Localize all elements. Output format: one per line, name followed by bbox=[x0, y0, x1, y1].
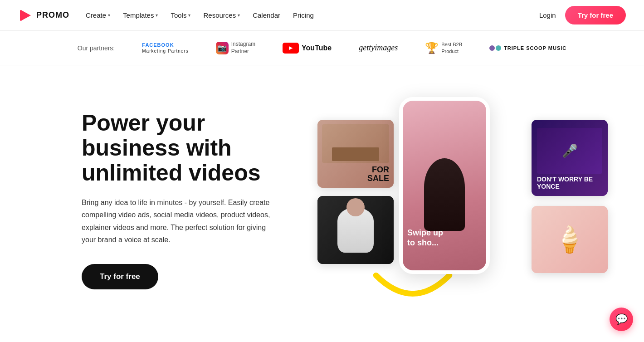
hero-title: Power your business with unlimited video… bbox=[82, 111, 299, 186]
nav-links: Create ▾ Templates ▾ Tools ▾ Resources ▾… bbox=[86, 11, 314, 19]
partners-label: Our partners: bbox=[78, 44, 115, 52]
phone-mockup: Swipe up to sho... bbox=[399, 97, 490, 274]
trophy-icon: 🏆 bbox=[425, 42, 439, 54]
hero-visual: Swipe up to sho... FORSALE bbox=[317, 93, 608, 319]
navbar: PROMO Create ▾ Templates ▾ Tools ▾ Resou… bbox=[0, 0, 644, 31]
nav-tools[interactable]: Tools ▾ bbox=[171, 11, 190, 19]
concert-text: DON'T WORRY BE YONCE bbox=[537, 176, 602, 191]
nav-actions: Login Try for free bbox=[539, 6, 626, 24]
nav-resources[interactable]: Resources ▾ bbox=[203, 11, 240, 19]
youtube-icon bbox=[283, 43, 299, 54]
logo-link[interactable]: PROMO bbox=[18, 8, 69, 23]
partners-bar: Our partners: FACEBOOK Marketing Partner… bbox=[0, 31, 644, 65]
login-button[interactable]: Login bbox=[539, 11, 556, 19]
try-free-button-nav[interactable]: Try for free bbox=[565, 6, 626, 24]
hero-section: Power your business with unlimited video… bbox=[0, 65, 644, 337]
partner-getty: gettyimages bbox=[359, 43, 398, 53]
partner-triple-scoop: TRIPLE SCOOP MUSIC bbox=[489, 45, 566, 51]
getty-label: gettyimages bbox=[359, 43, 398, 52]
chevron-icon: ▾ bbox=[238, 13, 240, 18]
partner-facebook: FACEBOOK Marketing Partners bbox=[142, 42, 188, 54]
icecream-icon: 🍦 bbox=[554, 225, 585, 254]
nav-calendar[interactable]: Calendar bbox=[253, 11, 280, 19]
for-sale-text: FORSALE bbox=[367, 166, 389, 184]
partner-instagram: 📷 Instagram Partner bbox=[216, 41, 255, 55]
phone-text-overlay: Swipe up to sho... bbox=[407, 228, 482, 248]
video-card-for-sale: FORSALE bbox=[317, 120, 394, 188]
chat-bubble-button[interactable]: 💬 bbox=[610, 308, 633, 331]
try-free-button-hero[interactable]: Try for free bbox=[82, 264, 158, 289]
youtube-label: YouTube bbox=[302, 44, 332, 52]
partner-b2b: 🏆 Best B2BProduct bbox=[425, 41, 462, 54]
nav-templates[interactable]: Templates ▾ bbox=[123, 11, 158, 19]
hero-description: Bring any idea to life in minutes - by y… bbox=[82, 196, 272, 246]
video-card-icecream: 🍦 bbox=[532, 206, 608, 273]
video-card-tennis bbox=[317, 196, 394, 264]
partner-youtube: YouTube bbox=[283, 43, 332, 54]
chevron-icon: ▾ bbox=[156, 13, 158, 18]
hero-content: Power your business with unlimited video… bbox=[82, 93, 299, 289]
chat-icon: 💬 bbox=[615, 313, 628, 325]
svg-marker-0 bbox=[21, 10, 31, 21]
chevron-icon: ▾ bbox=[108, 13, 110, 18]
triple-scoop-label: TRIPLE SCOOP MUSIC bbox=[504, 45, 566, 51]
svg-rect-1 bbox=[20, 10, 22, 21]
b2b-label: Best B2BProduct bbox=[441, 41, 462, 54]
brand-name: PROMO bbox=[36, 10, 69, 20]
nav-create[interactable]: Create ▾ bbox=[86, 11, 110, 19]
video-card-concert: 🎤 DON'T WORRY BE YONCE bbox=[532, 120, 608, 196]
nav-pricing[interactable]: Pricing bbox=[293, 11, 314, 19]
instagram-icon: 📷 bbox=[216, 42, 229, 54]
logo-icon bbox=[18, 8, 33, 23]
chevron-icon: ▾ bbox=[188, 13, 190, 18]
